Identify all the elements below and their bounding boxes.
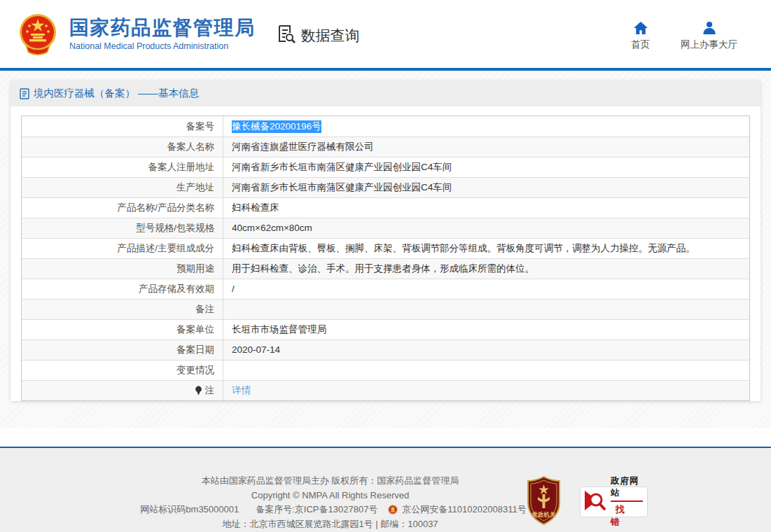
svg-text:党政机关: 党政机关 [532, 511, 557, 518]
document-search-icon [275, 23, 296, 48]
row-label: 型号规格/包装规格 [22, 218, 223, 238]
site-title-block: 国家药品监督管理局 National Medical Products Admi… [69, 17, 256, 51]
row-label: 备案人名称 [22, 137, 223, 157]
detail-link[interactable]: 详情 [232, 384, 251, 397]
nav-home-label: 首页 [631, 38, 650, 51]
row-value: 长垣市市场监督管理局 [223, 320, 749, 340]
row-value: 河南省连旗盛世医疗器械有限公司 [223, 137, 749, 157]
table-row: 变更情况 [22, 360, 749, 380]
home-icon [633, 21, 648, 35]
row-value: 2020-07-14 [223, 340, 749, 360]
table-row: 型号规格/包装规格40cm×62cm×80cm [22, 218, 749, 238]
document-icon [20, 88, 29, 99]
footer-security-number[interactable]: 京公网安备11010202008311号 [402, 503, 526, 517]
person-icon [702, 21, 717, 35]
footer-site-id: 网站标识码bm35000001 [140, 503, 239, 517]
table-row: 注详情 [22, 380, 749, 400]
table-row: 生产地址河南省新乡市长垣市南蒲区健康产业园创业园C4车间 [22, 177, 749, 197]
content-panel: 境内医疗器械（备案） ——基本信息 备案号豫长械备20200196号备案人名称河… [11, 80, 760, 401]
nmpa-logo[interactable] [15, 12, 60, 57]
find-error-badge[interactable]: 政府网站 找错 [580, 486, 648, 517]
find-error-text: 政府网站 找错 [611, 475, 643, 528]
row-label: 备案单位 [22, 320, 223, 340]
red-magnifier-icon [583, 488, 607, 516]
find-error-sub: 找错 [611, 503, 643, 528]
row-value: 妇科检查床由背板、臀板、搁脚、床架、背板调节部分等组成。背板角度可调节，调整为人… [223, 239, 749, 258]
row-value: 河南省新乡市长垣市南蒲区健康产业园创业园C4车间 [223, 158, 749, 177]
row-value: 河南省新乡市长垣市南蒲区健康产业园创业园C4车间 [223, 178, 749, 197]
table-row: 预期用途用于妇科检查、诊治、手术。用于支撑患者身体，形成临床所需的体位。 [22, 258, 749, 279]
breadcrumb-text: 境内医疗器械（备案） ——基本信息 [34, 87, 199, 100]
police-badge-icon [388, 505, 398, 514]
row-label: 备案号 [22, 116, 223, 136]
nav-service-hall-label: 网上办事大厅 [681, 38, 737, 51]
row-value: / [223, 279, 749, 299]
row-label: 预期用途 [22, 259, 223, 279]
footer-text: 本站由国家药品监督管理局主办 版权所有：国家药品监督管理局 Copyright … [0, 474, 771, 531]
party-government-shield-badge[interactable]: 党政机关 [527, 476, 561, 528]
row-label: 备案人注册地址 [22, 158, 223, 177]
row-value: 详情 [223, 381, 749, 400]
row-value: 40cm×62cm×80cm [223, 218, 749, 238]
row-value: 豫长械备20200196号 [223, 116, 749, 136]
footer-icp-number: 备案序号:京ICP备13027807号 [256, 503, 377, 517]
site-footer: 本站由国家药品监督管理局主办 版权所有：国家药品监督管理局 Copyright … [0, 447, 771, 532]
national-emblem-icon [15, 12, 60, 57]
nav-item-service-hall[interactable]: 网上办事大厅 [681, 21, 737, 51]
row-value [223, 300, 749, 319]
table-row: 备案日期2020-07-14 [22, 340, 749, 360]
row-label: 备注 [22, 300, 223, 319]
row-label: 变更情况 [22, 360, 223, 380]
table-row: 备注 [22, 299, 749, 319]
data-query-heading[interactable]: 数据查询 [275, 23, 360, 48]
row-value [223, 360, 749, 380]
table-row: 备案人名称河南省连旗盛世医疗器械有限公司 [22, 136, 749, 157]
find-error-title: 政府网站 [611, 475, 643, 502]
note-bulb-icon [195, 386, 202, 396]
table-row: 产品存储及有效期/ [22, 279, 749, 299]
site-header: 国家药品监督管理局 National Medical Products Admi… [0, 0, 771, 68]
row-label: 备案日期 [22, 340, 223, 360]
row-value: 用于妇科检查、诊治、手术。用于支撑患者身体，形成临床所需的体位。 [223, 259, 749, 279]
site-title: 国家药品监督管理局 [69, 17, 256, 39]
row-label: 产品名称/产品分类名称 [22, 198, 223, 218]
table-row: 产品名称/产品分类名称妇科检查床 [22, 197, 749, 218]
row-label: 生产地址 [22, 178, 223, 197]
table-row: 产品描述/主要组成成分妇科检查床由背板、臀板、搁脚、床架、背板调节部分等组成。背… [22, 238, 749, 258]
breadcrumb: 境内医疗器械（备案） ——基本信息 [11, 80, 760, 106]
row-label: 产品描述/主要组成成分 [22, 239, 223, 258]
row-label: 产品存储及有效期 [22, 279, 223, 299]
row-label: 注 [22, 381, 223, 400]
table-row: 备案单位长垣市市场监督管理局 [22, 319, 749, 340]
main-area: 境内医疗器械（备案） ——基本信息 备案号豫长械备20200196号备案人名称河… [0, 71, 771, 428]
site-subtitle: National Medical Products Administration [69, 41, 256, 51]
nav-item-home[interactable]: 首页 [631, 21, 650, 51]
registration-number-selected-text: 豫长械备20200196号 [232, 120, 321, 133]
table-row: 备案人注册地址河南省新乡市长垣市南蒲区健康产业园创业园C4车间 [22, 157, 749, 177]
top-nav: 首页 网上办事大厅 [631, 21, 737, 51]
row-value: 妇科检查床 [223, 198, 749, 218]
data-query-label: 数据查询 [301, 26, 360, 46]
table-row: 备案号豫长械备20200196号 [22, 116, 749, 136]
footer-badges: 党政机关 政府网站 找错 [527, 476, 648, 528]
info-table: 备案号豫长械备20200196号备案人名称河南省连旗盛世医疗器械有限公司备案人注… [21, 115, 750, 401]
